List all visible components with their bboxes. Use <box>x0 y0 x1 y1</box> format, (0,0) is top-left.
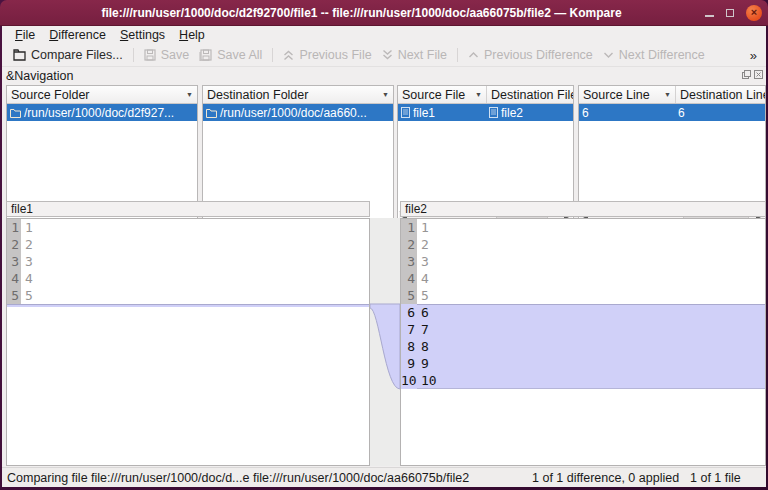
destination-diff-pane[interactable]: 1122334455667788991010 <box>400 218 766 466</box>
file-icon <box>401 107 410 118</box>
toolbar-overflow-button[interactable]: » <box>746 48 760 63</box>
line-text: 3 <box>417 253 429 270</box>
diff-line: 22 <box>7 236 369 253</box>
diff-line: 66 <box>401 304 765 321</box>
maximize-button[interactable] <box>726 9 734 17</box>
toolbar-separator <box>272 48 273 62</box>
source-folder-column-label: Source Folder <box>11 88 90 102</box>
minimize-button[interactable] <box>705 15 714 17</box>
diff-line: 33 <box>401 253 765 270</box>
file-icon <box>489 107 498 118</box>
save-icon <box>144 49 156 61</box>
previous-difference-label: Previous Difference <box>484 48 593 62</box>
line-text: 2 <box>417 236 429 253</box>
destination-folder-row[interactable]: /run/user/1000/doc/aa660... <box>203 104 393 121</box>
source-folder-row[interactable]: /run/user/1000/doc/d2f927... <box>7 104 197 121</box>
line-number-gutter: 5 <box>401 287 417 304</box>
next-file-label: Next File <box>398 48 447 62</box>
line-text: 8 <box>417 338 429 355</box>
line-text: 9 <box>417 355 429 372</box>
source-diff-lines: 1122334455 <box>7 219 369 304</box>
diff-line: 1010 <box>401 372 765 389</box>
close-button[interactable]: × <box>746 5 762 21</box>
diff-line: 11 <box>401 219 765 236</box>
chevron-up-icon <box>468 50 479 60</box>
destination-line-number: 6 <box>678 106 685 120</box>
difference-status: 1 of 1 difference, 0 applied <box>532 468 679 488</box>
lines-row[interactable]: 6 6 <box>579 104 765 121</box>
save-button[interactable]: Save <box>139 46 195 64</box>
line-number-gutter: 2 <box>401 236 417 253</box>
toolbar-separator <box>457 48 458 62</box>
float-icon[interactable] <box>742 70 751 79</box>
diff-line: 77 <box>401 321 765 338</box>
diff-line: 99 <box>401 355 765 372</box>
line-text: 3 <box>21 253 33 270</box>
right-file-label: file2 <box>400 201 766 217</box>
sort-descending-icon: ▼ <box>382 91 389 98</box>
diff-line: 88 <box>401 338 765 355</box>
destination-folder-header[interactable]: Destination Folder ▼ <box>203 86 393 104</box>
next-file-button[interactable]: Next File <box>377 46 452 64</box>
previous-file-button[interactable]: Previous File <box>278 46 376 64</box>
line-text: 4 <box>417 270 429 287</box>
navigation-title-label: &Navigation <box>6 69 73 83</box>
line-number-gutter: 8 <box>401 338 417 355</box>
menubar: File Difference Settings Help <box>2 26 766 44</box>
files-row[interactable]: file1 file2 <box>398 104 573 121</box>
file-status: 1 of 1 file <box>690 468 741 488</box>
diff-line: 55 <box>401 287 765 304</box>
destination-file-name: file2 <box>501 106 523 120</box>
destination-folder-path: /run/user/1000/doc/aa660... <box>220 106 367 120</box>
line-number-gutter: 4 <box>401 270 417 287</box>
line-number-gutter: 4 <box>7 270 21 287</box>
save-label: Save <box>161 48 190 62</box>
double-chevron-up-icon <box>283 49 294 61</box>
navigation-dock-title: &Navigation <box>2 67 766 85</box>
diff-connector-curve <box>370 218 400 466</box>
line-text: 5 <box>417 287 429 304</box>
destination-folder-column-label: Destination Folder <box>207 88 308 102</box>
double-chevron-down-icon <box>382 49 393 61</box>
line-text: 7 <box>417 321 429 338</box>
source-file-name: file1 <box>413 106 435 120</box>
line-number-gutter: 2 <box>7 236 21 253</box>
chevron-down-icon <box>603 50 614 60</box>
status-message: Comparing file file:///run/user/1000/doc… <box>7 468 469 488</box>
menu-settings[interactable]: Settings <box>114 27 171 43</box>
save-all-button[interactable]: Save All <box>194 46 267 64</box>
titlebar[interactable]: file:///run/user/1000/doc/d2f92700/file1… <box>0 0 768 26</box>
previous-file-label: Previous File <box>299 48 371 62</box>
menu-file[interactable]: File <box>9 27 41 43</box>
source-line-number: 6 <box>582 106 589 120</box>
close-icon[interactable] <box>754 70 763 79</box>
insertion-marker <box>7 304 369 307</box>
destination-line-column-label: Destination Line <box>680 88 765 102</box>
window-title: file:///run/user/1000/doc/d2f92700/file1… <box>30 0 693 26</box>
compare-files-button[interactable]: Compare Files... <box>8 46 128 64</box>
save-all-label: Save All <box>217 48 262 62</box>
line-number-gutter: 9 <box>401 355 417 372</box>
dock-buttons <box>742 70 763 79</box>
source-diff-pane[interactable]: 1122334455 <box>6 218 370 466</box>
line-text: 6 <box>417 304 429 321</box>
diff-line: 22 <box>401 236 765 253</box>
lines-header[interactable]: Source Line ▼ Destination Line <box>579 86 765 104</box>
line-number-gutter: 1 <box>7 219 21 236</box>
next-difference-label: Next Difference <box>619 48 705 62</box>
source-folder-header[interactable]: Source Folder ▼ <box>7 86 197 104</box>
line-text: 2 <box>21 236 33 253</box>
previous-difference-button[interactable]: Previous Difference <box>463 46 598 64</box>
sort-descending-icon: ▼ <box>475 91 482 98</box>
window-controls: × <box>705 0 762 26</box>
line-text: 4 <box>21 270 33 287</box>
sort-descending-icon: ▼ <box>186 91 193 98</box>
diff-line: 11 <box>7 219 369 236</box>
diff-connector <box>370 218 400 466</box>
next-difference-button[interactable]: Next Difference <box>598 46 710 64</box>
menu-help[interactable]: Help <box>173 27 211 43</box>
menu-difference[interactable]: Difference <box>43 27 112 43</box>
files-header[interactable]: Source File ▼ Destination File <box>398 86 573 104</box>
line-text: 1 <box>417 219 429 236</box>
source-file-column-label: Source File <box>402 88 465 102</box>
